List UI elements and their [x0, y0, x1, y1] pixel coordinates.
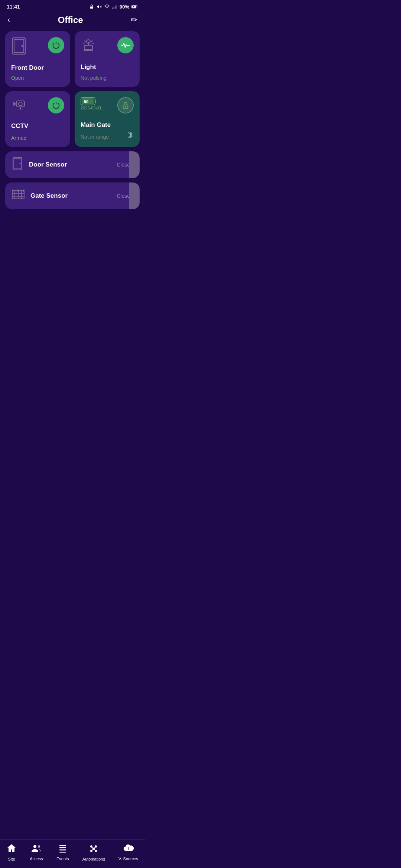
- battery-icon: [131, 4, 138, 9]
- cctv-name: CCTV: [11, 122, 64, 130]
- front-door-status: Open: [11, 75, 64, 81]
- door-sensor-left: Door Sensor: [12, 157, 67, 173]
- page-title: Office: [58, 15, 83, 25]
- main-gate-bottom-row: Not in range: [81, 131, 134, 141]
- svg-rect-5: [115, 6, 115, 9]
- mute-icon: [97, 4, 102, 9]
- alarm-light-icon: [81, 37, 96, 56]
- gate-sensor-card[interactable]: Gate Sensor Closed: [5, 183, 140, 209]
- battery-info: 90 2023-03-31: [81, 97, 101, 110]
- front-door-card-top: [11, 37, 64, 57]
- svg-rect-6: [116, 5, 117, 9]
- svg-point-24: [19, 163, 21, 164]
- battery-date: 2023-03-31: [81, 106, 101, 110]
- gate-battery-icon: 90: [81, 97, 97, 105]
- svg-rect-33: [23, 190, 25, 192]
- door-icon: [11, 37, 27, 57]
- svg-rect-14: [84, 50, 93, 51]
- svg-rect-32: [17, 190, 19, 192]
- svg-rect-31: [12, 190, 13, 192]
- camera-icon: [11, 97, 28, 114]
- signal-icon: [112, 4, 117, 9]
- main-gate-status: Not in range: [81, 134, 109, 140]
- top-card-grid: Front Door Open: [5, 31, 140, 87]
- svg-text:90: 90: [84, 99, 88, 104]
- front-door-card[interactable]: Front Door Open: [5, 31, 70, 87]
- header: ‹ Office ✏: [0, 12, 145, 31]
- light-card-top: [81, 37, 134, 56]
- svg-rect-30: [12, 196, 24, 197]
- edit-button[interactable]: ✏: [131, 15, 137, 25]
- front-door-name: Front Door: [11, 64, 64, 72]
- status-right: 90%: [89, 4, 138, 10]
- light-card[interactable]: Light Not pulsing: [75, 31, 140, 87]
- light-pulse-btn[interactable]: [117, 37, 134, 53]
- gate-sensor-icon: [12, 189, 25, 203]
- gate-sensor-name: Gate Sensor: [30, 192, 68, 200]
- door-sensor-name: Door Sensor: [29, 161, 67, 168]
- cctv-power-btn[interactable]: [48, 97, 64, 114]
- gate-sensor-tab: [129, 183, 140, 209]
- battery-percent: 90%: [120, 4, 129, 10]
- svg-rect-4: [114, 7, 114, 9]
- main-gate-card-top: 90 2023-03-31: [81, 97, 134, 114]
- front-door-power-btn[interactable]: [48, 37, 64, 53]
- cctv-card[interactable]: CCTV Armed: [5, 91, 70, 147]
- cctv-card-top: [11, 97, 64, 114]
- status-time: 11:41: [7, 4, 20, 10]
- main-content: Front Door Open: [0, 31, 145, 247]
- battery-bar: 90: [81, 97, 101, 105]
- light-status: Not pulsing: [81, 75, 134, 81]
- main-gate-name: Main Gate: [81, 121, 134, 129]
- light-name: Light: [81, 63, 134, 71]
- svg-point-16: [19, 102, 22, 106]
- lock-status-icon: [89, 4, 94, 9]
- svg-rect-29: [12, 193, 24, 194]
- door-sensor-icon: [12, 157, 23, 173]
- bottom-card-grid: CCTV Armed 90 2023-03-31: [5, 91, 140, 147]
- cctv-status: Armed: [11, 135, 64, 141]
- door-sensor-card[interactable]: Door Sensor Closed: [5, 151, 140, 178]
- status-bar: 11:41 90%: [0, 0, 145, 12]
- svg-point-21: [125, 106, 126, 107]
- svg-rect-3: [113, 7, 113, 9]
- wifi-icon: [104, 4, 110, 9]
- svg-rect-12: [84, 45, 92, 50]
- gate-sensor-left: Gate Sensor: [12, 189, 68, 203]
- door-sensor-tab: [129, 151, 140, 178]
- back-button[interactable]: ‹: [7, 15, 10, 25]
- main-gate-lock-btn[interactable]: [117, 97, 134, 114]
- main-gate-card[interactable]: 90 2023-03-31 Main Gate Not in range: [75, 91, 140, 147]
- svg-rect-0: [90, 6, 93, 9]
- bluetooth-icon: [127, 131, 134, 141]
- svg-point-11: [22, 45, 23, 47]
